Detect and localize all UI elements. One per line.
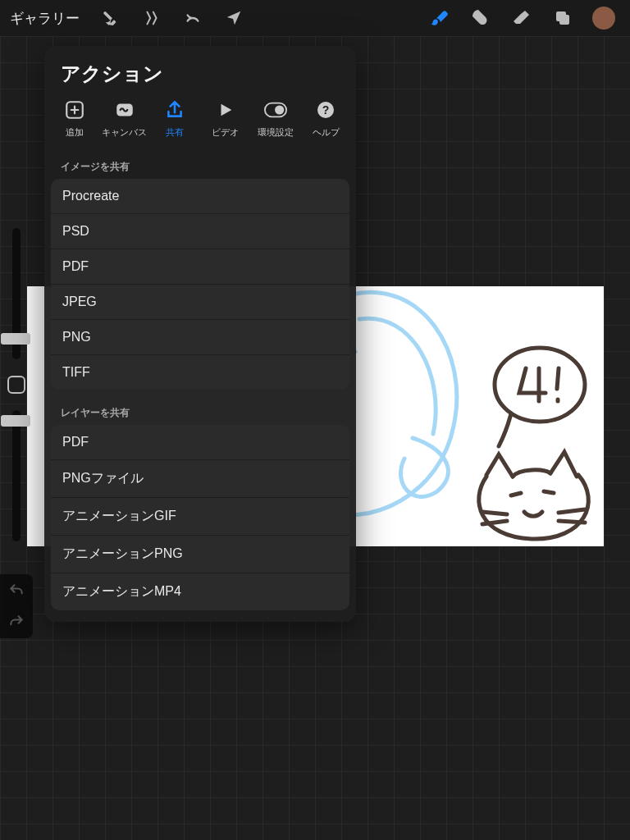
tab-label: 追加: [66, 126, 84, 139]
actions-popover: アクション 追加 キャンバス 共有 ビデオ: [44, 46, 356, 622]
tab-help[interactable]: ? ヘルプ: [302, 98, 349, 139]
brush-size-slider[interactable]: [12, 228, 21, 359]
adjustments-icon[interactable]: [135, 2, 168, 34]
modify-button[interactable]: [7, 376, 25, 394]
share-option-procreate[interactable]: Procreate: [51, 179, 349, 214]
color-picker[interactable]: [587, 2, 620, 34]
tab-canvas[interactable]: キャンバス: [101, 98, 148, 139]
share-section-image: イメージを共有 Procreate PSD PDF JPEG PNG TIFF: [44, 148, 356, 390]
share-section-layers: レイヤーを共有 PDF PNGファイル アニメーションGIF アニメーションPN…: [44, 395, 356, 610]
share-layer-gif[interactable]: アニメーションGIF: [51, 498, 349, 536]
tab-label: キャンバス: [102, 126, 147, 139]
svg-text:?: ?: [322, 103, 330, 116]
canvas-icon: [113, 98, 136, 121]
brush-opacity-slider[interactable]: [12, 410, 21, 541]
svg-point-6: [275, 105, 284, 114]
share-layer-pdf[interactable]: PDF: [51, 425, 349, 460]
share-layer-pngfiles[interactable]: PNGファイル: [51, 460, 349, 498]
share-icon: [163, 98, 186, 121]
share-option-png[interactable]: PNG: [51, 320, 349, 355]
smudge-icon[interactable]: [464, 2, 497, 34]
slider-thumb[interactable]: [1, 333, 30, 345]
share-layer-apng[interactable]: アニメーションPNG: [51, 536, 349, 573]
tab-share[interactable]: 共有: [151, 98, 199, 139]
help-icon: ?: [314, 98, 337, 121]
prefs-icon: [264, 98, 287, 121]
share-option-jpeg[interactable]: JPEG: [51, 285, 349, 320]
eraser-icon[interactable]: [505, 2, 538, 34]
gallery-button[interactable]: ギャラリー: [10, 9, 86, 28]
tab-prefs[interactable]: 環境設定: [252, 98, 299, 139]
selection-icon[interactable]: [176, 2, 209, 34]
redo-icon[interactable]: [8, 614, 25, 630]
svg-rect-2: [559, 15, 569, 25]
undo-icon[interactable]: [8, 582, 25, 599]
action-tabs: 追加 キャンバス 共有 ビデオ 環境設定: [44, 98, 356, 148]
undo-redo-panel: [0, 574, 33, 638]
tab-label: ビデオ: [212, 126, 239, 139]
add-icon: [63, 98, 86, 121]
tab-label: 共有: [166, 126, 184, 139]
color-chip-icon: [592, 7, 615, 30]
tab-label: ヘルプ: [313, 126, 340, 139]
wrench-icon[interactable]: [94, 2, 127, 34]
tab-video[interactable]: ビデオ: [202, 98, 249, 139]
share-option-tiff[interactable]: TIFF: [51, 355, 349, 390]
layers-icon[interactable]: [546, 2, 579, 34]
transform-icon[interactable]: [217, 2, 250, 34]
section-heading: イメージを共有: [44, 148, 356, 179]
slider-thumb[interactable]: [1, 415, 30, 427]
popover-title: アクション: [44, 61, 356, 98]
tab-add[interactable]: 追加: [51, 98, 98, 139]
brush-icon[interactable]: [423, 2, 456, 34]
section-heading: レイヤーを共有: [44, 395, 356, 425]
video-icon: [214, 98, 237, 121]
share-option-pdf[interactable]: PDF: [51, 249, 349, 285]
share-option-psd[interactable]: PSD: [51, 214, 349, 249]
tab-label: 環境設定: [258, 126, 294, 139]
top-toolbar: ギャラリー: [0, 0, 630, 36]
share-layer-mp4[interactable]: アニメーションMP4: [51, 573, 349, 610]
